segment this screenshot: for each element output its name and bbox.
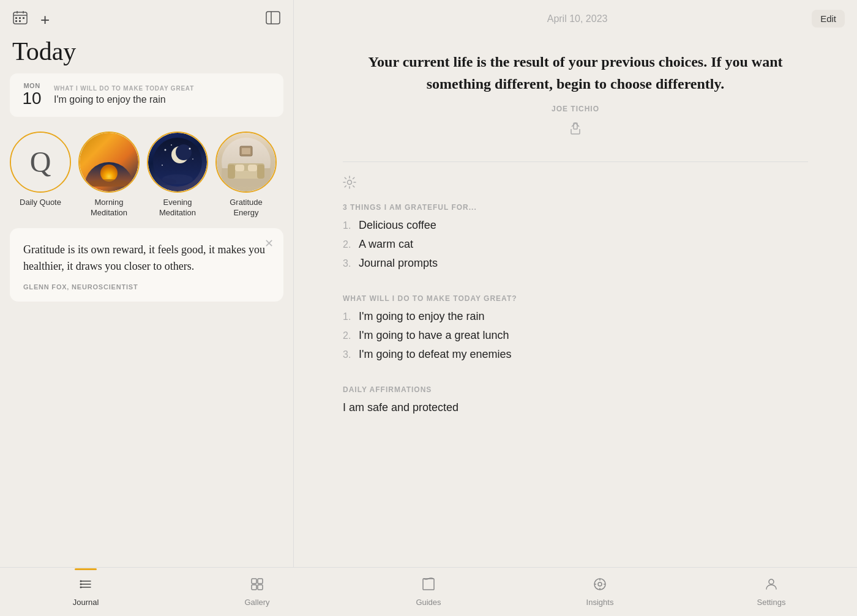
svg-point-40 <box>80 584 82 585</box>
svg-point-23 <box>154 178 176 185</box>
main-quote: Your current life is the result of your … <box>343 39 808 157</box>
left-header-icons: + <box>12 10 50 29</box>
svg-rect-29 <box>257 165 264 179</box>
svg-point-41 <box>80 587 82 588</box>
affirmations-label: DAILY AFFIRMATIONS <box>343 385 808 394</box>
gratitude-section: 3 THINGS I AM GRATEFUL FOR... 1. Delicio… <box>343 197 808 288</box>
app-container: + Today MON 10 WHAT I WILL DO TO MAKE TO… <box>0 0 857 567</box>
svg-point-39 <box>80 581 82 582</box>
affirmations-section: DAILY AFFIRMATIONS I am safe and protect… <box>343 379 808 426</box>
divider-1 <box>343 161 808 162</box>
right-panel: April 10, 2023 Edit Your current life is… <box>294 0 857 567</box>
right-content: Your current life is the result of your … <box>294 32 857 567</box>
svg-rect-9 <box>266 12 280 24</box>
date-label: April 10, 2023 <box>343 13 812 24</box>
right-header: April 10, 2023 Edit <box>294 0 857 32</box>
svg-rect-5 <box>19 17 21 19</box>
svg-point-35 <box>348 180 352 185</box>
svg-rect-33 <box>242 148 250 154</box>
media-item-morning-meditation[interactable]: MorningMeditation <box>78 132 140 218</box>
svg-point-16 <box>176 144 192 160</box>
svg-point-19 <box>189 147 191 149</box>
gallery-icon <box>250 577 264 595</box>
morning-med-inner <box>80 133 138 191</box>
settings-row <box>343 167 808 197</box>
media-circles: Q Daily Quote <box>0 127 293 223</box>
q-letter: Q <box>30 145 51 179</box>
svg-rect-31 <box>248 165 257 171</box>
close-button[interactable]: ✕ <box>264 237 274 250</box>
svg-point-52 <box>769 579 774 584</box>
today-great-label: WHAT WILL I DO TO MAKE TODAY GREAT? <box>343 294 808 303</box>
day-card-content: WHAT I WILL DO TO MAKE TODAY GREAT I'm g… <box>54 85 274 105</box>
edit-button[interactable]: Edit <box>812 10 845 28</box>
svg-rect-8 <box>19 20 21 22</box>
gratitude-item-3: 3. Journal prompts <box>343 257 808 270</box>
morning-meditation-label: MorningMeditation <box>91 198 127 218</box>
quote-card-author: GLENN FOX, NEUROSCIENTIST <box>23 283 271 291</box>
insights-label: Insights <box>586 598 614 607</box>
today-great-item-1: 1. I'm going to enjoy the rain <box>343 310 808 323</box>
media-item-daily-quote[interactable]: Q Daily Quote <box>10 132 71 218</box>
main-quote-author: JOE TICHIO <box>355 105 796 113</box>
nav-item-settings[interactable]: Settings <box>686 577 857 607</box>
day-badge: MON 10 <box>20 82 44 108</box>
svg-rect-43 <box>258 579 263 584</box>
media-item-gratitude-energy[interactable]: GratitudeEnergy <box>215 132 277 218</box>
gratitude-list: 1. Delicious coffee 2. A warm cat 3. Jou… <box>343 219 808 270</box>
gratitude-energy-label: GratitudeEnergy <box>230 198 262 218</box>
journal-icon <box>78 577 93 595</box>
svg-rect-7 <box>15 20 17 22</box>
nav-item-guides[interactable]: Guides <box>343 577 514 607</box>
evening-meditation-label: EveningMeditation <box>159 198 196 218</box>
guides-label: Guides <box>416 598 441 607</box>
media-item-evening-meditation[interactable]: EveningMeditation <box>147 132 208 218</box>
gratitude-circle <box>215 132 277 193</box>
sidebar-icon[interactable] <box>265 10 281 29</box>
share-icon[interactable] <box>569 122 582 138</box>
gratitude-inner <box>217 133 275 191</box>
left-header: + <box>0 0 293 34</box>
quote-card: ✕ Gratitude is its own reward, it feels … <box>10 228 283 302</box>
gratitude-item-2: 2. A warm cat <box>343 238 808 251</box>
svg-point-17 <box>165 149 167 150</box>
day-number: 10 <box>22 89 41 108</box>
morning-med-circle <box>78 132 140 193</box>
svg-point-21 <box>162 165 163 166</box>
left-panel: + Today MON 10 WHAT I WILL DO TO MAKE TO… <box>0 0 294 567</box>
daily-quote-circle: Q <box>10 132 71 193</box>
affirmation-text: I am safe and protected <box>343 401 808 414</box>
nav-item-journal[interactable]: Journal <box>0 577 171 607</box>
svg-point-18 <box>171 144 172 146</box>
page-title: Today <box>0 34 293 73</box>
nav-active-indicator <box>75 568 97 570</box>
day-card: MON 10 WHAT I WILL DO TO MAKE TODAY GREA… <box>10 73 283 117</box>
gear-icon[interactable] <box>343 176 356 192</box>
nav-item-gallery[interactable]: Gallery <box>171 577 343 607</box>
day-card-text: I'm going to enjoy the rain <box>54 94 274 105</box>
insights-icon <box>593 577 607 595</box>
gratitude-item-1: 1. Delicious coffee <box>343 219 808 232</box>
journal-label: Journal <box>73 598 99 607</box>
bottom-nav: Journal Gallery Guides <box>0 567 857 616</box>
main-quote-text: Your current life is the result of your … <box>355 51 796 95</box>
settings-person-icon <box>764 577 779 595</box>
svg-point-12 <box>100 165 118 182</box>
today-great-list: 1. I'm going to enjoy the rain 2. I'm go… <box>343 310 808 361</box>
svg-rect-44 <box>252 585 256 590</box>
calendar-icon[interactable] <box>12 10 28 29</box>
daily-quote-inner: Q <box>11 133 70 191</box>
today-great-item-2: 2. I'm going to have a great lunch <box>343 329 808 342</box>
svg-rect-30 <box>235 165 244 171</box>
day-card-label: WHAT I WILL DO TO MAKE TODAY GREAT <box>54 85 274 92</box>
today-great-section: WHAT WILL I DO TO MAKE TODAY GREAT? 1. I… <box>343 288 808 379</box>
settings-label: Settings <box>757 598 786 607</box>
daily-quote-label: Daily Quote <box>20 198 61 208</box>
today-great-item-3: 3. I'm going to defeat my enemies <box>343 348 808 361</box>
gallery-label: Gallery <box>244 598 269 607</box>
evening-med-inner <box>148 133 207 191</box>
nav-item-insights[interactable]: Insights <box>514 577 686 607</box>
svg-point-47 <box>598 582 602 586</box>
add-icon[interactable]: + <box>40 10 50 29</box>
svg-rect-45 <box>258 585 263 590</box>
